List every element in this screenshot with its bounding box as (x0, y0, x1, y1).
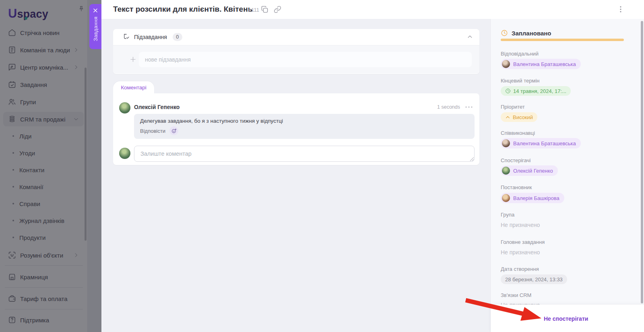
group-value[interactable]: Не призначено (501, 222, 540, 228)
more-options-icon[interactable] (617, 5, 624, 13)
priority-chip[interactable]: Високий (501, 112, 537, 122)
task-header: Текст розсилки для клієнтів. Квітень #11… (101, 0, 644, 19)
field-label-priority: Пріоритет (501, 104, 525, 110)
field-label-responsible: Відповідальний (501, 51, 539, 57)
reply-button[interactable]: Відповісти (140, 128, 165, 134)
comment-input[interactable] (134, 146, 475, 162)
modal-backdrop[interactable] (0, 0, 101, 332)
person-name: Валерія Башкірова (513, 195, 559, 201)
unwatch-link[interactable]: Не спостерігати (544, 316, 588, 322)
field-label-crm-links: Зв'язки CRM (501, 292, 531, 298)
field-label-reporter: Постановник (501, 184, 532, 190)
subtasks-icon (123, 33, 130, 41)
field-label-created: Дата створення (501, 266, 539, 272)
field-label-deadline: Кінцевий термін (501, 78, 539, 84)
clock-icon (505, 88, 511, 94)
subtasks-title: Підзавдання (134, 34, 167, 40)
avatar (502, 60, 510, 68)
comment-timestamp: 1 seconds (437, 104, 460, 110)
subtasks-header[interactable]: Підзавдання 0 (113, 29, 479, 45)
created-date-chip: 28 березня, 2024, 13:33 (501, 274, 567, 284)
person-name: Валентина Браташевська (513, 140, 576, 146)
tab-comments[interactable]: Коментарі (113, 81, 154, 94)
page-title: Текст розсилки для клієнтів. Квітень (113, 5, 252, 14)
task-panel-tab[interactable]: Завдання (89, 4, 101, 49)
task-id: #111 (248, 7, 259, 13)
field-label-group: Група (501, 212, 514, 218)
comment-text: Делегував завдання, бо я з наступного ти… (140, 118, 283, 124)
subtasks-card: Підзавдання 0 (113, 29, 479, 74)
plus-icon[interactable] (130, 56, 136, 63)
status-label: Заплановано (512, 30, 551, 37)
deadline-value: 14 травня, 2024, 17:... (513, 88, 566, 94)
status-row[interactable]: Заплановано (501, 29, 551, 37)
subtasks-body (113, 45, 479, 74)
avatar[interactable] (119, 102, 130, 113)
coexecutor-chip[interactable]: Валентина Браташевська (501, 138, 581, 148)
priority-value: Високий (513, 114, 533, 120)
task-main-area: Підзавдання 0 Коментарі Олексій Гепенко … (101, 19, 490, 332)
field-label-watchers: Спостерігачі (501, 157, 530, 163)
clock-icon (501, 29, 508, 37)
avatar (502, 167, 510, 175)
priority-high-icon (505, 115, 510, 120)
field-label-parent-task: Головне завдання (501, 239, 545, 245)
avatar (502, 194, 510, 202)
status-progress-bar (501, 39, 624, 41)
task-details-panel: Заплановано Відповідальний Валентина Бра… (490, 19, 644, 332)
avatar (502, 139, 510, 147)
comment-bubble: Делегував завдання, бо я з наступного ти… (134, 114, 475, 139)
person-name: Валентина Браташевська (513, 61, 576, 67)
reporter-chip[interactable]: Валерія Башкірова (501, 193, 564, 203)
watcher-chip[interactable]: Олексій Гепенко (501, 165, 558, 176)
add-reaction-icon[interactable] (169, 126, 178, 135)
close-icon[interactable] (93, 8, 98, 13)
link-icon[interactable] (274, 6, 281, 13)
comments-card: Олексій Гепенко 1 seconds Делегував завд… (113, 93, 479, 165)
new-subtask-input[interactable] (139, 52, 472, 67)
parent-task-value[interactable]: Не призначено (501, 249, 540, 256)
comment-menu-icon[interactable] (465, 106, 473, 108)
panel-scrollbar[interactable] (641, 21, 643, 303)
subtasks-count-badge: 0 (173, 33, 182, 41)
person-name: Олексій Гепенко (513, 168, 553, 174)
copy-icon[interactable] (261, 6, 268, 13)
field-label-coexecutors: Співвиконавці (501, 130, 535, 136)
responsible-chip[interactable]: Валентина Браташевська (501, 59, 581, 69)
task-panel-tab-label: Завдання (93, 16, 99, 41)
chevron-up-icon[interactable] (467, 34, 473, 40)
avatar (119, 148, 130, 159)
created-value: 28 березня, 2024, 13:33 (505, 276, 563, 283)
details-footer: Не спостерігати (491, 305, 644, 332)
comment-author[interactable]: Олексій Гепенко (134, 104, 180, 110)
deadline-chip[interactable]: 14 травня, 2024, 17:... (501, 86, 571, 96)
